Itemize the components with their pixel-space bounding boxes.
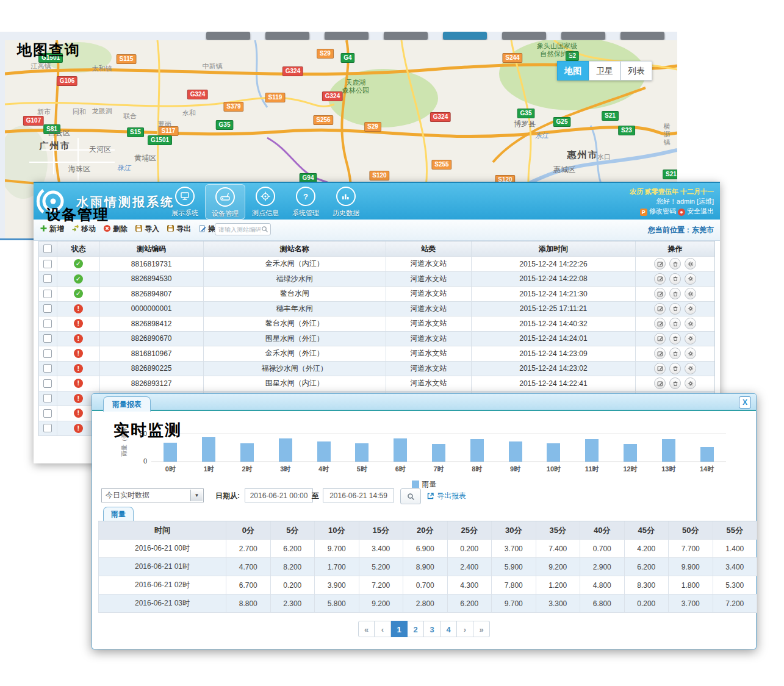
row-checkbox[interactable]	[43, 424, 52, 432]
config-icon[interactable]	[685, 303, 696, 315]
nav-item-历史数据[interactable]: 历史数据	[326, 184, 366, 220]
row-checkbox[interactable]	[43, 379, 52, 388]
rain-value-cell: 8.900	[403, 558, 448, 576]
select-all-checkbox[interactable]	[43, 245, 52, 253]
edit-icon[interactable]	[654, 333, 666, 345]
column-header: 站类	[386, 241, 472, 257]
delete-row-icon[interactable]	[669, 258, 681, 270]
station-type-cell: 河道水文站	[386, 272, 472, 287]
tab-rain-report[interactable]: 雨量报表	[103, 396, 151, 412]
page-button-4[interactable]: 4	[441, 621, 457, 637]
delete-row-icon[interactable]	[669, 348, 681, 359]
edit-icon[interactable]	[654, 273, 666, 285]
toolbar-button-导出[interactable]: 导出	[167, 224, 191, 234]
row-checkbox[interactable]	[43, 349, 52, 358]
edit-icon[interactable]	[654, 348, 666, 359]
nav-item-系统管理[interactable]: ?系统管理	[286, 184, 326, 220]
row-checkbox[interactable]	[43, 274, 52, 283]
background-tab[interactable]	[502, 32, 546, 40]
delete-row-icon[interactable]	[669, 288, 681, 299]
background-tab[interactable]	[620, 32, 664, 40]
row-checkbox[interactable]	[43, 409, 52, 418]
config-icon[interactable]	[685, 273, 696, 285]
delete-row-icon[interactable]	[669, 273, 681, 285]
main-nav: 展示系统设备管理测点信息?系统管理历史数据	[165, 184, 366, 220]
station-name-cell: 金禾水闸（外江）	[204, 346, 386, 362]
row-checkbox[interactable]	[43, 304, 52, 313]
bar	[585, 439, 599, 462]
filter-search-button[interactable]	[400, 488, 421, 504]
page-button-next[interactable]: ›	[457, 621, 473, 637]
background-tab[interactable]	[561, 32, 605, 40]
search-icon[interactable]	[261, 226, 268, 233]
delete-row-icon[interactable]	[669, 318, 681, 329]
legend-swatch	[412, 481, 419, 488]
delete-row-icon[interactable]	[669, 303, 681, 315]
edit-icon[interactable]	[654, 303, 666, 315]
config-icon[interactable]	[685, 377, 696, 389]
change-password-link[interactable]: 修改密码	[649, 207, 676, 215]
row-checkbox[interactable]	[43, 334, 52, 343]
tab-rain[interactable]: 雨量	[103, 507, 134, 521]
config-icon[interactable]	[685, 258, 696, 270]
nav-item-测点信息[interactable]: 测点信息	[245, 184, 286, 220]
x-tick-label: 7时	[433, 465, 444, 474]
chart-y-axis-label: 雨量（毫米）	[120, 411, 129, 466]
row-checkbox[interactable]	[43, 290, 52, 298]
config-icon[interactable]	[685, 318, 696, 329]
map-view-button-地图[interactable]: 地图	[557, 61, 589, 80]
edit-icon[interactable]	[654, 288, 666, 299]
config-icon[interactable]	[685, 363, 696, 374]
row-checkbox[interactable]	[43, 260, 52, 268]
delete-row-icon[interactable]	[669, 377, 681, 389]
edit-icon[interactable]	[654, 377, 666, 389]
edit-icon[interactable]	[654, 363, 666, 374]
page-button-last[interactable]: »	[473, 621, 490, 637]
add-icon	[40, 224, 49, 234]
export-report-link[interactable]: 导出报表	[426, 491, 466, 501]
page-button-first[interactable]: «	[358, 621, 375, 637]
edit-icon[interactable]	[654, 258, 666, 270]
road-badge: S255	[431, 160, 451, 170]
toolbar-button-移动[interactable]: 移动	[71, 224, 96, 234]
station-name-cell: 穗丰年水闸	[204, 302, 386, 317]
page-button-1[interactable]: 1	[391, 621, 408, 637]
logout-link[interactable]: 安全退出	[687, 207, 714, 215]
table-row: ✓8826894530福绿沙水闸河道水文站2015-12-24 14:22:08	[39, 272, 714, 287]
date-to-input[interactable]	[323, 488, 394, 502]
config-icon[interactable]	[685, 333, 696, 345]
status-cell: ✓	[57, 257, 100, 272]
page-button-2[interactable]: 2	[408, 621, 424, 637]
edit-icon[interactable]	[654, 318, 666, 329]
toolbar-button-导入[interactable]: 导入	[135, 224, 159, 234]
dataset-dropdown[interactable]: 今日实时数据 ▼	[101, 488, 204, 502]
map-view-button-列表[interactable]: 列表	[620, 61, 652, 80]
toolbar-button-新增[interactable]: 新增	[40, 224, 64, 234]
config-icon[interactable]	[685, 348, 696, 359]
background-tab[interactable]	[443, 32, 487, 40]
row-checkbox[interactable]	[43, 320, 52, 328]
background-tab[interactable]	[265, 32, 309, 40]
map-view-button-卫星[interactable]: 卫星	[589, 61, 620, 80]
nav-item-设备管理[interactable]: 设备管理	[205, 184, 245, 220]
close-icon[interactable]: X	[739, 396, 751, 409]
page-button-3[interactable]: 3	[424, 621, 441, 637]
date-from-input[interactable]	[245, 488, 313, 502]
background-tab[interactable]	[206, 32, 250, 40]
map-label: 东江	[535, 132, 548, 140]
config-icon[interactable]	[685, 288, 696, 299]
row-checkbox[interactable]	[43, 364, 52, 373]
status-error-icon: !	[74, 394, 83, 403]
rain-value-cell: 2.800	[403, 595, 448, 613]
map-label: 江高镇	[31, 62, 51, 70]
background-tab[interactable]	[384, 32, 428, 40]
delete-row-icon[interactable]	[669, 333, 681, 345]
row-checkbox[interactable]	[43, 394, 52, 402]
bar	[509, 441, 522, 462]
y-tick-0: 0	[132, 457, 147, 465]
page-button-prev[interactable]: ‹	[375, 621, 391, 637]
nav-item-展示系统[interactable]: 展示系统	[165, 184, 205, 220]
toolbar-button-删除[interactable]: 删除	[103, 224, 128, 234]
background-tab[interactable]	[325, 32, 369, 40]
delete-row-icon[interactable]	[669, 363, 681, 374]
